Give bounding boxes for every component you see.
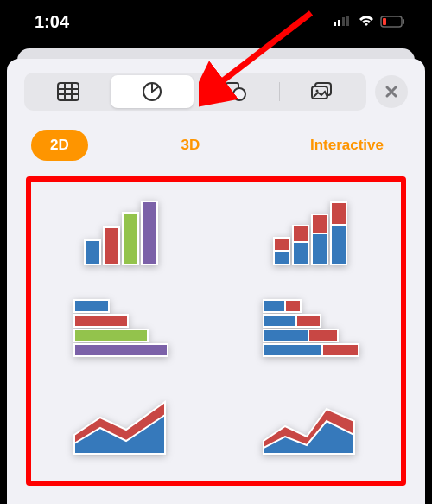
tab-shape[interactable]: [195, 75, 277, 108]
battery-low-icon: [380, 16, 406, 28]
svg-rect-21: [142, 201, 157, 265]
sub-tab-2d[interactable]: 2D: [31, 130, 88, 161]
svg-rect-20: [123, 213, 138, 265]
segmented-control: [24, 73, 366, 111]
option-column-chart[interactable]: [40, 194, 203, 270]
media-icon: [310, 82, 334, 101]
option-stacked-area-chart[interactable]: [229, 387, 392, 463]
sub-tab-interactive[interactable]: Interactive: [293, 130, 401, 161]
chart-options-highlighted: [26, 176, 406, 486]
wifi-icon: [358, 16, 375, 28]
svg-rect-39: [308, 329, 338, 341]
close-button[interactable]: [375, 75, 408, 108]
svg-rect-33: [74, 344, 168, 356]
svg-rect-24: [293, 240, 308, 265]
shapes-icon: [225, 81, 247, 102]
svg-rect-1: [338, 20, 340, 26]
svg-rect-23: [274, 238, 289, 251]
svg-rect-19: [104, 227, 119, 265]
svg-rect-31: [74, 315, 128, 327]
status-icons: [334, 16, 406, 28]
table-icon: [57, 82, 79, 101]
sub-tab-3d[interactable]: 3D: [163, 130, 217, 161]
svg-rect-26: [312, 232, 327, 265]
option-horizontal-bar-chart[interactable]: [40, 290, 203, 367]
chart-dimension-tabs: 2D 3D Interactive: [31, 130, 401, 161]
option-area-chart[interactable]: [40, 387, 203, 463]
status-time: 1:04: [35, 12, 69, 32]
topbar: [24, 73, 408, 111]
svg-rect-32: [74, 329, 148, 341]
svg-rect-25: [293, 226, 308, 242]
tab-media[interactable]: [282, 75, 364, 108]
tab-chart[interactable]: [111, 75, 193, 108]
option-stacked-column-chart[interactable]: [229, 194, 392, 270]
svg-rect-40: [264, 344, 322, 356]
svg-rect-5: [383, 18, 386, 25]
svg-rect-27: [312, 214, 327, 233]
svg-rect-7: [58, 83, 79, 100]
status-bar: 1:04: [0, 0, 432, 43]
option-stacked-horizontal-bar-chart[interactable]: [229, 290, 392, 367]
tab-table[interactable]: [27, 75, 109, 108]
divider: [279, 82, 280, 101]
svg-rect-36: [264, 315, 296, 327]
svg-rect-3: [346, 16, 349, 26]
svg-rect-6: [403, 19, 404, 24]
close-icon: [384, 85, 398, 99]
svg-rect-2: [342, 17, 345, 26]
svg-rect-28: [331, 223, 346, 265]
svg-rect-30: [74, 300, 109, 312]
svg-rect-34: [264, 300, 285, 312]
svg-rect-29: [331, 202, 346, 225]
svg-rect-35: [285, 300, 301, 312]
svg-rect-37: [296, 315, 321, 327]
pie-chart-icon: [142, 81, 162, 102]
insert-panel: 2D 3D Interactive: [7, 59, 425, 504]
cellular-icon: [334, 16, 353, 28]
svg-rect-41: [322, 344, 359, 356]
svg-rect-18: [85, 240, 100, 265]
svg-rect-38: [264, 329, 308, 341]
svg-point-14: [233, 88, 245, 100]
svg-rect-0: [334, 22, 336, 26]
